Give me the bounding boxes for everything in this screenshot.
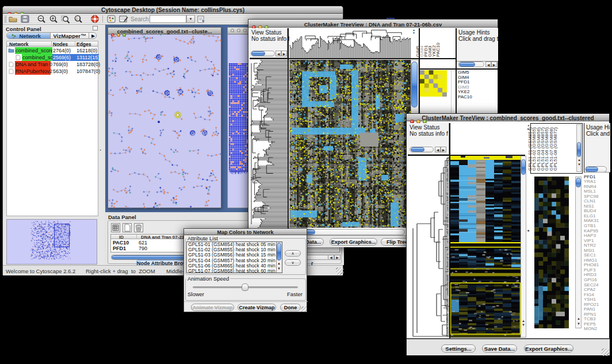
svg-text:1:1: 1:1 bbox=[76, 17, 81, 20]
